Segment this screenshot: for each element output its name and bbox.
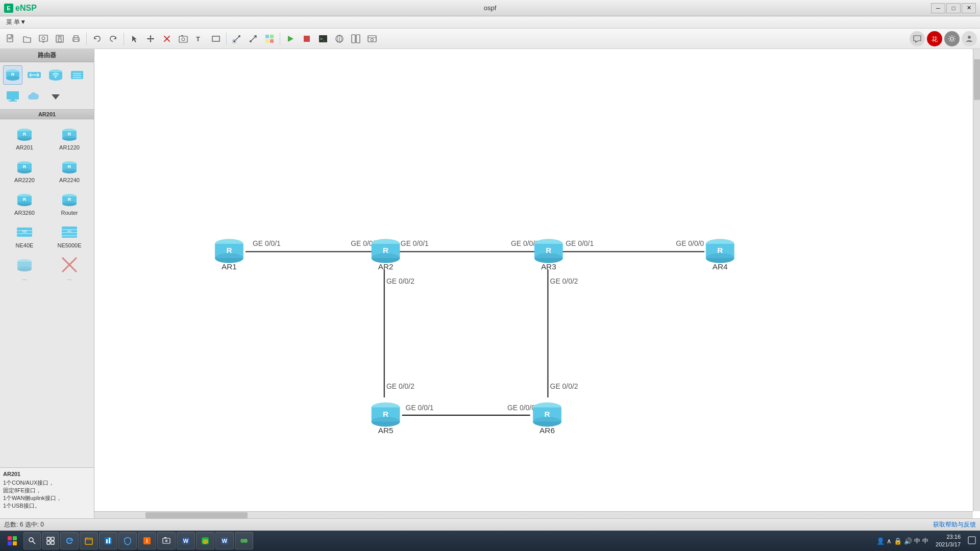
system-tray-icons: 👤 ∧ 🔒 🔊 中 中 bbox=[874, 537, 930, 545]
category-enterprise[interactable] bbox=[67, 65, 87, 85]
svg-rect-52 bbox=[71, 71, 83, 79]
new-button[interactable] bbox=[3, 31, 18, 46]
notification-button[interactable] bbox=[966, 536, 978, 546]
clock-display[interactable]: 23:16 2021/3/17 bbox=[933, 533, 964, 549]
maximize-button[interactable]: □ bbox=[946, 3, 961, 13]
taskbar-security[interactable] bbox=[118, 532, 137, 549]
svg-rect-56 bbox=[7, 91, 19, 99]
device-item-ar201[interactable]: R AR201 bbox=[3, 122, 46, 153]
text-button[interactable]: T bbox=[192, 31, 207, 46]
minimize-button[interactable]: ─ bbox=[931, 3, 945, 13]
device-item-ar1220[interactable]: R AR1220 bbox=[48, 122, 91, 153]
taskbar-game[interactable]: 🐸 bbox=[196, 532, 214, 549]
rect-button[interactable] bbox=[208, 31, 224, 46]
undo-button[interactable] bbox=[89, 31, 105, 46]
category-more[interactable] bbox=[46, 87, 65, 106]
device-item-ar3260[interactable]: R AR3260 bbox=[3, 188, 46, 218]
taskbar-edge[interactable] bbox=[60, 532, 79, 549]
print-button[interactable] bbox=[68, 31, 84, 46]
move-button[interactable] bbox=[143, 31, 158, 46]
sidebar: 路由器 R bbox=[0, 49, 94, 518]
svg-point-102 bbox=[17, 266, 32, 271]
taskbar-word2[interactable]: W bbox=[215, 532, 234, 549]
category-switch[interactable] bbox=[24, 65, 44, 85]
svg-text:R: R bbox=[546, 246, 551, 255]
device-item-router[interactable]: R Router bbox=[48, 188, 91, 218]
tray-volume-icon[interactable]: 🔊 bbox=[904, 537, 912, 545]
device-item-ne5000e[interactable]: NE NE5000E bbox=[48, 220, 91, 251]
node-ar1[interactable]: R AR1 bbox=[215, 239, 243, 271]
menu-item-main[interactable]: 菜 单▼ bbox=[2, 17, 30, 28]
topo-button[interactable] bbox=[332, 31, 347, 46]
svg-rect-23 bbox=[265, 35, 269, 38]
canvas-area[interactable]: GE 0/0/1 GE 0/0/2 GE 0/0/1 GE 0/0/0 GE 0… bbox=[94, 49, 980, 518]
svg-text:R: R bbox=[68, 164, 71, 169]
svg-text:花: 花 bbox=[932, 36, 938, 43]
taskbar-search[interactable] bbox=[23, 532, 41, 549]
chat-right-button[interactable] bbox=[910, 31, 925, 46]
close-button[interactable]: ✕ bbox=[962, 3, 976, 13]
taskbar-word[interactable]: W bbox=[177, 532, 195, 549]
save-tpl-button[interactable] bbox=[36, 31, 51, 46]
redo-button[interactable] bbox=[106, 31, 121, 46]
category-cloud[interactable] bbox=[24, 87, 44, 106]
device-label-ne40e: NE40E bbox=[16, 242, 34, 248]
taskbar-app1[interactable]: I bbox=[138, 532, 156, 549]
info-panel: AR201 1个CON/AUX接口， 固定8FE接口， 1个WAN侧uplink… bbox=[0, 467, 94, 518]
select-button[interactable] bbox=[127, 31, 142, 46]
device-item-ar2220[interactable]: R AR2220 bbox=[3, 155, 46, 186]
taskbar-wechat[interactable] bbox=[235, 532, 253, 549]
device-item-ar2240[interactable]: R AR2240 bbox=[48, 155, 91, 186]
node-ar6[interactable]: R AR6 bbox=[533, 403, 561, 435]
svg-point-17 bbox=[233, 40, 235, 42]
save-button[interactable] bbox=[52, 31, 67, 46]
toolbar-sep-2 bbox=[124, 33, 124, 45]
delete-button[interactable] bbox=[159, 31, 175, 46]
svg-text:R: R bbox=[23, 164, 27, 169]
palette-button[interactable] bbox=[262, 31, 277, 46]
open-button[interactable] bbox=[19, 31, 35, 46]
device-item-ne40e[interactable]: NE NE40E bbox=[3, 220, 46, 251]
canvas-scrollbar-x[interactable] bbox=[94, 511, 973, 518]
taskbar-store[interactable] bbox=[99, 532, 117, 549]
svg-text:NE: NE bbox=[67, 230, 71, 233]
user-right-button[interactable] bbox=[962, 31, 977, 46]
start-all-button[interactable] bbox=[283, 31, 298, 46]
split-button[interactable] bbox=[348, 31, 363, 46]
cli-button[interactable]: >_ bbox=[315, 31, 331, 46]
svg-point-4 bbox=[42, 37, 45, 40]
category-pc[interactable] bbox=[3, 87, 22, 106]
node-ar2[interactable]: R AR2 bbox=[372, 239, 400, 271]
settings-right-button[interactable] bbox=[944, 31, 960, 46]
taskbar-explorer[interactable] bbox=[80, 532, 98, 549]
taskbar-taskview[interactable] bbox=[42, 532, 59, 549]
category-wireless[interactable] bbox=[46, 65, 65, 85]
svg-text:>_: >_ bbox=[320, 36, 326, 41]
tray-lang1[interactable]: 中 bbox=[914, 537, 920, 545]
start-button[interactable] bbox=[2, 532, 22, 550]
device-item-extra2[interactable]: ... bbox=[48, 253, 91, 284]
svg-text:AR6: AR6 bbox=[540, 426, 555, 435]
taskbar-capture[interactable] bbox=[157, 532, 176, 549]
svg-text:R: R bbox=[383, 410, 388, 418]
canvas-scrollbar-y[interactable] bbox=[973, 49, 980, 511]
category-router[interactable]: R bbox=[3, 65, 22, 85]
device-item-extra1[interactable]: ... bbox=[3, 253, 46, 284]
stop-all-button[interactable] bbox=[299, 31, 314, 46]
category-header: AR201 bbox=[0, 110, 94, 119]
help-feedback-link[interactable]: 获取帮助与反馈 bbox=[933, 520, 976, 529]
svg-point-159 bbox=[165, 540, 168, 542]
node-ar3[interactable]: R AR3 bbox=[534, 239, 563, 271]
capture-button[interactable] bbox=[176, 31, 191, 46]
node-ar4[interactable]: R AR4 bbox=[706, 239, 734, 271]
taskbar: I W 🐸 W 👤 ∧ 🔒 🔊 中 中 23:16 2021/3/17 bbox=[0, 531, 980, 551]
tray-lang2[interactable]: 中 bbox=[922, 537, 928, 545]
connect-button[interactable] bbox=[229, 31, 244, 46]
svg-rect-153 bbox=[106, 539, 108, 543]
auto-connect-button[interactable] bbox=[246, 31, 261, 46]
huawei-button[interactable]: 花 bbox=[927, 31, 942, 46]
node-ar5[interactable]: R AR5 bbox=[372, 403, 400, 435]
camera2-button[interactable] bbox=[364, 31, 380, 46]
tray-chevron-icon[interactable]: ∧ bbox=[887, 537, 892, 545]
toolbar-right: 花 bbox=[910, 31, 977, 46]
